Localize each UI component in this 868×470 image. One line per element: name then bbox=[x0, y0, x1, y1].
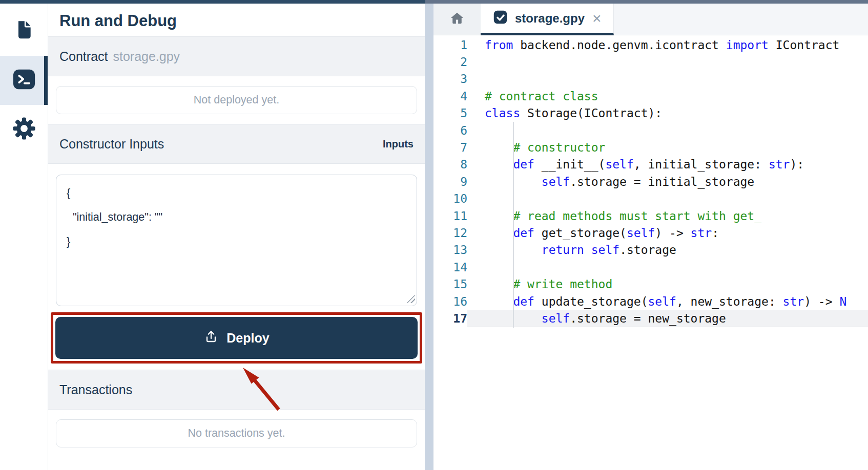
code-line[interactable]: 5class Storage(IContract): bbox=[433, 105, 868, 122]
line-number: 12 bbox=[433, 226, 467, 240]
code-text: class Storage(IContract): bbox=[467, 105, 868, 122]
deploy-status-box: Not deployed yet. bbox=[56, 86, 417, 114]
inputs-badge: Inputs bbox=[383, 138, 414, 150]
indent-guide bbox=[513, 122, 514, 328]
code-line[interactable]: 16 def update_storage(self, new_storage:… bbox=[433, 293, 868, 310]
line-number: 10 bbox=[433, 192, 467, 205]
line-number: 11 bbox=[433, 209, 467, 223]
code-line[interactable]: 4# contract class bbox=[433, 88, 868, 104]
code-text bbox=[467, 53, 868, 70]
code-text: return self.storage bbox=[467, 242, 868, 259]
app-root: Run and Debug Contractstorage.gpy Not de… bbox=[0, 4, 868, 470]
line-number: 15 bbox=[433, 277, 467, 291]
constructor-inputs-wrap: { "initial_storage": "" } bbox=[56, 175, 417, 306]
code-line[interactable]: 17 self.storage = new_storage bbox=[433, 310, 868, 327]
line-number: 8 bbox=[433, 158, 467, 171]
textarea-resize-grip[interactable] bbox=[407, 295, 415, 303]
code-text: self.storage = new_storage bbox=[467, 310, 868, 327]
code-text: def get_storage(self) -> str: bbox=[467, 224, 868, 241]
deploy-button-label: Deploy bbox=[226, 331, 269, 346]
transactions-title: Transactions bbox=[59, 382, 132, 397]
line-number: 6 bbox=[433, 124, 467, 137]
top-strip-left bbox=[0, 0, 425, 4]
code-line[interactable]: 1from backend.node.genvm.icontract impor… bbox=[433, 36, 868, 53]
line-number: 3 bbox=[433, 72, 467, 86]
line-number: 7 bbox=[433, 141, 467, 154]
file-check-icon bbox=[492, 9, 508, 27]
code-text bbox=[467, 71, 868, 88]
transactions-header: Transactions bbox=[48, 370, 425, 410]
code-line[interactable]: 15 # write method bbox=[433, 275, 868, 292]
line-number: 1 bbox=[433, 38, 467, 52]
constructor-inputs-title: Constructor Inputs bbox=[59, 137, 164, 152]
editor-tabbar: storage.gpy × bbox=[433, 4, 868, 35]
code-line[interactable]: 6 bbox=[433, 122, 868, 139]
line-number: 9 bbox=[433, 175, 467, 188]
file-icon bbox=[13, 19, 35, 44]
code-line[interactable]: 14 bbox=[433, 259, 868, 275]
code-text bbox=[467, 190, 868, 207]
contract-label: Contract bbox=[59, 49, 108, 63]
code-text: def update_storage(self, new_storage: st… bbox=[467, 293, 868, 310]
code-line[interactable]: 3 bbox=[433, 71, 868, 88]
close-icon[interactable]: × bbox=[592, 11, 602, 26]
constructor-inputs-header: Constructor Inputs Inputs bbox=[48, 124, 425, 164]
home-tab[interactable] bbox=[433, 4, 481, 35]
line-number: 4 bbox=[433, 90, 467, 103]
top-strip-right bbox=[425, 0, 868, 4]
run-debug-panel: Run and Debug Contractstorage.gpy Not de… bbox=[48, 4, 425, 470]
deploy-button[interactable]: Deploy bbox=[55, 317, 418, 359]
upload-icon bbox=[203, 329, 219, 347]
line-number: 14 bbox=[433, 261, 467, 274]
window-top-strip bbox=[0, 0, 868, 4]
code-line[interactable]: 12 def get_storage(self) -> str: bbox=[433, 224, 868, 241]
code-text bbox=[467, 122, 868, 139]
icon-sidebar bbox=[0, 4, 48, 470]
annotation-highlight-box: Deploy bbox=[51, 312, 422, 364]
sidebar-item-contracts[interactable] bbox=[0, 7, 48, 56]
tab-label: storage.gpy bbox=[515, 11, 585, 26]
code-text: # contract class bbox=[467, 88, 868, 104]
contract-file-name: storage.gpy bbox=[113, 49, 180, 63]
code-line[interactable]: 7 # constructor bbox=[433, 139, 868, 156]
code-text: from backend.node.genvm.icontract import… bbox=[467, 36, 868, 53]
code-line[interactable]: 10 bbox=[433, 190, 868, 207]
code-text: # read methods must start with get_ bbox=[467, 207, 868, 224]
code-text bbox=[467, 259, 868, 275]
page-title: Run and Debug bbox=[48, 4, 425, 36]
code-line[interactable]: 11 # read methods must start with get_ bbox=[433, 207, 868, 224]
panel-splitter[interactable] bbox=[425, 4, 433, 470]
code-text: # constructor bbox=[467, 139, 868, 156]
terminal-icon bbox=[12, 68, 36, 93]
code-text: self.storage = initial_storage bbox=[467, 173, 868, 190]
line-number: 16 bbox=[433, 295, 467, 308]
code-text: # write method bbox=[467, 275, 868, 292]
sidebar-item-run-debug[interactable] bbox=[0, 56, 48, 105]
line-number: 17 bbox=[433, 312, 467, 325]
transactions-empty-box: No transactions yet. bbox=[56, 419, 417, 447]
code-line[interactable]: 8 def __init__(self, initial_storage: st… bbox=[433, 156, 868, 173]
line-number: 5 bbox=[433, 106, 467, 120]
code-line[interactable]: 9 self.storage = initial_storage bbox=[433, 173, 868, 190]
code-line[interactable]: 13 return self.storage bbox=[433, 242, 868, 259]
gear-icon bbox=[12, 117, 36, 142]
code-text: def __init__(self, initial_storage: str)… bbox=[467, 156, 868, 173]
code-line[interactable]: 2 bbox=[433, 53, 868, 70]
tab-storage-gpy[interactable]: storage.gpy × bbox=[481, 4, 614, 35]
home-icon bbox=[449, 11, 465, 28]
code-editor: storage.gpy × 1from backend.node.genvm.i… bbox=[433, 4, 868, 470]
contract-section-header: Contractstorage.gpy bbox=[48, 36, 425, 76]
line-number: 2 bbox=[433, 55, 467, 69]
sidebar-item-settings[interactable] bbox=[0, 105, 48, 154]
tabbar-empty-area bbox=[614, 4, 868, 35]
line-number: 13 bbox=[433, 243, 467, 257]
code-lines[interactable]: 1from backend.node.genvm.icontract impor… bbox=[433, 35, 868, 470]
constructor-inputs-textarea[interactable]: { "initial_storage": "" } bbox=[56, 175, 417, 306]
